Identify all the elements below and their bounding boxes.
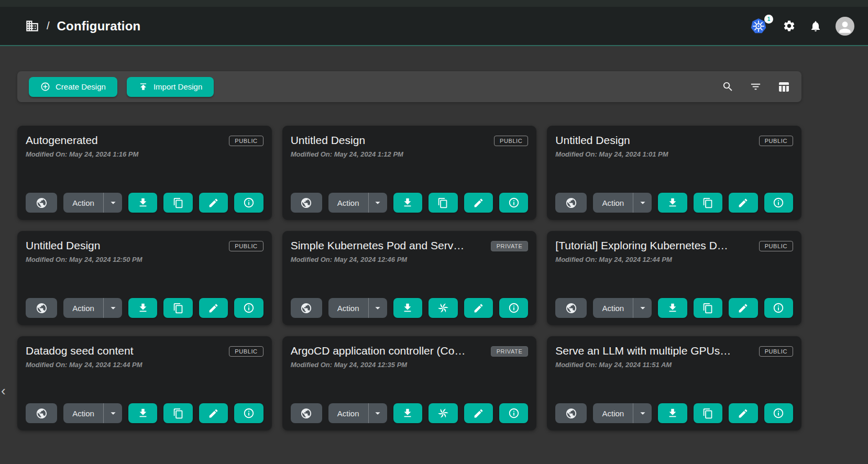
download-icon <box>667 407 678 419</box>
table-view-icon <box>777 81 790 93</box>
clone-button[interactable] <box>694 403 722 423</box>
download-button[interactable] <box>658 298 687 318</box>
edit-pencil-icon <box>473 408 484 419</box>
action-split-button[interactable]: Action <box>593 298 652 318</box>
card-spacer <box>291 369 529 403</box>
globe-icon <box>36 302 48 314</box>
clone-button[interactable] <box>163 403 192 423</box>
visibility-globe-button[interactable] <box>26 193 57 213</box>
download-button[interactable] <box>128 193 157 213</box>
info-button[interactable] <box>499 298 528 318</box>
download-button[interactable] <box>393 298 422 318</box>
upload-icon <box>138 82 148 92</box>
download-button[interactable] <box>658 193 687 213</box>
kubernetes-context-button[interactable]: 1 <box>750 18 769 35</box>
action-dropdown-toggle[interactable] <box>633 298 652 318</box>
design-modified: Modified On: May 24, 2024 12:44 PM <box>555 256 793 263</box>
edit-button[interactable] <box>464 403 493 423</box>
action-split-button[interactable]: Action <box>63 403 122 423</box>
organization-building-icon[interactable] <box>25 19 39 33</box>
edit-button[interactable] <box>729 298 757 318</box>
edit-pencil-icon <box>473 303 484 314</box>
visibility-globe-button[interactable] <box>291 298 322 318</box>
action-dropdown-toggle[interactable] <box>103 403 122 423</box>
action-split-button[interactable]: Action <box>328 298 387 318</box>
edit-button[interactable] <box>199 403 228 423</box>
edit-button[interactable] <box>199 298 228 318</box>
settings-button[interactable] <box>783 19 796 32</box>
action-dropdown-toggle[interactable] <box>368 403 387 423</box>
design-card: Untitled Design PUBLIC Modified On: May … <box>17 231 272 325</box>
visibility-globe-button[interactable] <box>555 193 587 213</box>
design-card: Autogenerated PUBLIC Modified On: May 24… <box>17 126 272 220</box>
filter-button[interactable] <box>750 81 762 93</box>
info-button[interactable] <box>499 403 528 423</box>
edit-pencil-icon <box>473 197 484 208</box>
edit-button[interactable] <box>464 193 493 213</box>
copy-icon <box>173 197 184 208</box>
app-header: / Configuration 1 <box>0 0 868 46</box>
visibility-badge: PUBLIC <box>759 136 793 146</box>
info-button[interactable] <box>234 193 263 213</box>
action-split-button[interactable]: Action <box>593 193 652 213</box>
action-dropdown-toggle[interactable] <box>103 298 122 318</box>
notifications-button[interactable] <box>809 20 822 32</box>
action-split-button[interactable]: Action <box>328 193 387 213</box>
download-button[interactable] <box>128 298 157 318</box>
visibility-globe-button[interactable] <box>555 403 587 423</box>
visibility-globe-button[interactable] <box>26 298 57 318</box>
breadcrumb-separator: / <box>47 20 50 32</box>
download-icon <box>402 302 413 314</box>
action-split-button[interactable]: Action <box>593 403 652 423</box>
visibility-globe-button[interactable] <box>291 193 322 213</box>
table-view-button[interactable] <box>777 81 790 93</box>
visibility-globe-button[interactable] <box>555 298 587 318</box>
info-button[interactable] <box>764 193 793 213</box>
edit-button[interactable] <box>464 298 493 318</box>
info-icon <box>773 197 784 208</box>
card-header: Untitled Design PUBLIC <box>555 134 793 147</box>
clone-button[interactable] <box>428 298 457 318</box>
info-button[interactable] <box>234 298 263 318</box>
action-dropdown-toggle[interactable] <box>103 193 122 213</box>
user-avatar[interactable] <box>836 17 854 36</box>
action-dropdown-toggle[interactable] <box>633 193 652 213</box>
info-button[interactable] <box>764 403 793 423</box>
clone-button[interactable] <box>694 193 722 213</box>
download-button[interactable] <box>393 403 422 423</box>
download-button[interactable] <box>393 193 422 213</box>
design-modified: Modified On: May 24, 2024 1:12 PM <box>291 150 529 158</box>
download-button[interactable] <box>128 403 157 423</box>
info-button[interactable] <box>764 298 793 318</box>
design-card: Untitled Design PUBLIC Modified On: May … <box>282 126 537 220</box>
edit-button[interactable] <box>199 193 228 213</box>
create-design-button[interactable]: Create Design <box>29 77 117 97</box>
action-dropdown-toggle[interactable] <box>368 193 387 213</box>
copy-icon <box>702 408 713 419</box>
clone-button[interactable] <box>163 298 192 318</box>
import-design-button[interactable]: Import Design <box>127 77 214 97</box>
edit-button[interactable] <box>729 193 757 213</box>
action-split-button[interactable]: Action <box>63 298 122 318</box>
design-title: Autogenerated <box>26 134 98 147</box>
clone-button[interactable] <box>694 298 722 318</box>
design-card: Serve an LLM with multiple GPUs… PUBLIC … <box>547 336 801 430</box>
visibility-globe-button[interactable] <box>26 403 57 423</box>
info-button[interactable] <box>234 403 263 423</box>
page-title: Configuration <box>57 19 141 34</box>
info-button[interactable] <box>499 193 528 213</box>
action-dropdown-toggle[interactable] <box>368 298 387 318</box>
clone-button[interactable] <box>428 403 457 423</box>
action-dropdown-toggle[interactable] <box>633 403 652 423</box>
action-split-button[interactable]: Action <box>328 403 387 423</box>
visibility-globe-button[interactable] <box>291 403 322 423</box>
collapse-panel-chevron[interactable]: ‹ <box>1 384 6 397</box>
action-split-button[interactable]: Action <box>63 193 122 213</box>
clone-button[interactable] <box>163 193 192 213</box>
info-icon <box>773 302 784 314</box>
search-button[interactable] <box>722 81 734 93</box>
download-button[interactable] <box>658 403 687 423</box>
globe-icon <box>565 407 577 419</box>
clone-button[interactable] <box>428 193 457 213</box>
edit-button[interactable] <box>729 403 757 423</box>
